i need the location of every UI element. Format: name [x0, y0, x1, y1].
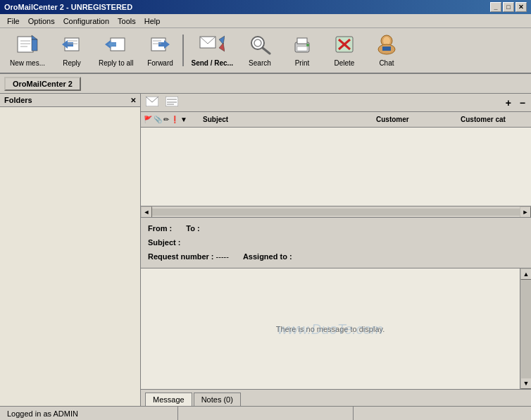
toolbar: New mes... Reply Reply to all	[0, 28, 531, 74]
chat-label: Chat	[379, 59, 394, 67]
assigned-to-label: Assigned to :	[243, 250, 292, 264]
forward-label: Forward	[147, 59, 173, 67]
email-list-scroll	[141, 128, 531, 206]
toolbar-separator-1	[182, 35, 184, 66]
col-icon-flag: 🚩	[144, 116, 152, 123]
status-segment-2	[178, 407, 354, 420]
right-panel: + − 🚩 📎 ✏ ❗ ▼ Subject Customer Customer …	[141, 94, 531, 406]
folders-header: Folders ✕	[0, 94, 140, 107]
svg-rect-33	[382, 47, 391, 51]
email-info-subject-row: Subject :	[148, 236, 524, 250]
request-number-label: Request number : -----	[148, 250, 229, 264]
search-icon	[249, 34, 271, 58]
send-receive-label: Send / Rec...	[191, 59, 232, 67]
email-list-area: 🚩 📎 ✏ ❗ ▼ Subject Customer Customer cat …	[141, 112, 531, 218]
tab-icon-list[interactable]	[163, 96, 180, 109]
send-receive-icon	[199, 34, 225, 58]
message-scroll-down[interactable]: ▼	[520, 378, 531, 389]
message-tabs: Message Notes (0)	[141, 389, 531, 406]
status-bar: Logged in as ADMIN	[0, 406, 531, 420]
tab-icon-email[interactable]	[144, 96, 161, 109]
menu-bar: File Options Configuration Tools Help	[0, 14, 531, 28]
print-icon	[291, 34, 313, 58]
reply-all-icon	[105, 34, 127, 58]
col-header-customer-cat[interactable]: Customer cat	[458, 116, 528, 123]
send-receive-button[interactable]: Send / Rec...	[185, 31, 238, 70]
reply-all-label: Reply to all	[99, 59, 133, 67]
message-scroll-track[interactable]	[520, 280, 531, 378]
forward-button[interactable]: Forward	[139, 31, 181, 70]
svg-rect-5	[32, 39, 37, 51]
menu-tools[interactable]: Tools	[113, 16, 140, 27]
col-icon-edit: ✏	[163, 116, 169, 123]
search-label: Search	[249, 59, 271, 67]
to-label: To :	[186, 222, 199, 236]
from-label: From :	[148, 222, 172, 236]
menu-configuration[interactable]: Configuration	[59, 16, 113, 27]
folders-title: Folders	[4, 96, 32, 104]
email-info-from-row: From : To :	[148, 222, 524, 236]
folders-close-button[interactable]: ✕	[130, 97, 136, 104]
reply-label: Reply	[63, 59, 81, 67]
maximize-button[interactable]: □	[503, 2, 514, 12]
tab-remove-button[interactable]: −	[517, 97, 528, 109]
menu-file[interactable]: File	[3, 16, 24, 27]
tab-notes[interactable]: Notes (0)	[194, 393, 241, 406]
chat-button[interactable]: Chat	[366, 31, 408, 70]
breadcrumb-bar: OroMailCenter 2	[0, 74, 531, 94]
delete-button[interactable]: Delete	[323, 31, 366, 70]
folders-content	[0, 107, 140, 406]
search-button[interactable]: Search	[239, 31, 281, 70]
message-content: There is no message to display. www.DuoT…	[141, 268, 520, 389]
close-button[interactable]: ✕	[516, 2, 527, 12]
print-button[interactable]: Print	[281, 31, 323, 70]
svg-point-26	[306, 44, 309, 47]
window-title: OroMailCenter 2 - UNREGISTERED	[4, 3, 132, 11]
tab-message[interactable]: Message	[145, 393, 192, 406]
title-bar: OroMailCenter 2 - UNREGISTERED _ □ ✕	[0, 0, 531, 14]
message-scroll-up[interactable]: ▲	[520, 268, 531, 280]
minimize-button[interactable]: _	[490, 2, 501, 12]
horizontal-scrollbar: ◄ ►	[141, 206, 531, 217]
col-icon-priority: ❗	[170, 116, 179, 123]
status-logged-in: Logged in as ADMIN	[7, 409, 78, 418]
main-area: Folders ✕ + −	[0, 94, 531, 406]
email-col-icons: 🚩 📎 ✏ ❗ ▼	[144, 116, 200, 123]
delete-label: Delete	[335, 59, 355, 67]
forward-icon	[149, 34, 171, 58]
status-segment-3	[354, 407, 528, 420]
svg-rect-24	[297, 38, 307, 44]
tab-add-button[interactable]: +	[503, 97, 514, 109]
folders-panel: Folders ✕	[0, 94, 141, 406]
svg-marker-4	[32, 35, 37, 39]
scroll-right-button[interactable]: ►	[520, 206, 531, 218]
chat-icon	[375, 34, 398, 58]
col-icon-filter: ▼	[180, 116, 187, 123]
reply-button[interactable]: Reply	[51, 31, 93, 70]
no-message-text: There is no message to display.	[276, 325, 385, 333]
reply-icon	[61, 34, 83, 58]
menu-help[interactable]: Help	[140, 16, 165, 27]
request-number-value: -----	[216, 252, 229, 261]
menu-options[interactable]: Options	[24, 16, 59, 27]
scroll-left-button[interactable]: ◄	[141, 206, 152, 218]
horizontal-scroll-track[interactable]	[152, 209, 520, 216]
svg-marker-18	[219, 36, 225, 44]
message-vertical-scrollbar: ▲ ▼	[520, 268, 531, 389]
message-area: There is no message to display. www.DuoT…	[141, 268, 531, 406]
reply-all-button[interactable]: Reply to all	[93, 31, 139, 70]
col-icon-attach: 📎	[154, 116, 162, 123]
svg-line-21	[263, 48, 270, 54]
new-message-label: New mes...	[10, 59, 45, 67]
svg-rect-0	[18, 37, 33, 52]
subject-label: Subject :	[148, 238, 180, 247]
col-header-customer[interactable]: Customer	[373, 116, 458, 123]
svg-point-31	[383, 37, 390, 45]
breadcrumb-button[interactable]: OroMailCenter 2	[4, 77, 81, 91]
new-message-icon	[16, 34, 39, 58]
window-controls: _ □ ✕	[490, 2, 527, 12]
new-message-button[interactable]: New mes...	[4, 31, 51, 70]
svg-rect-25	[297, 47, 307, 51]
col-header-subject[interactable]: Subject	[200, 116, 373, 123]
status-segment-1: Logged in as ADMIN	[3, 407, 178, 420]
